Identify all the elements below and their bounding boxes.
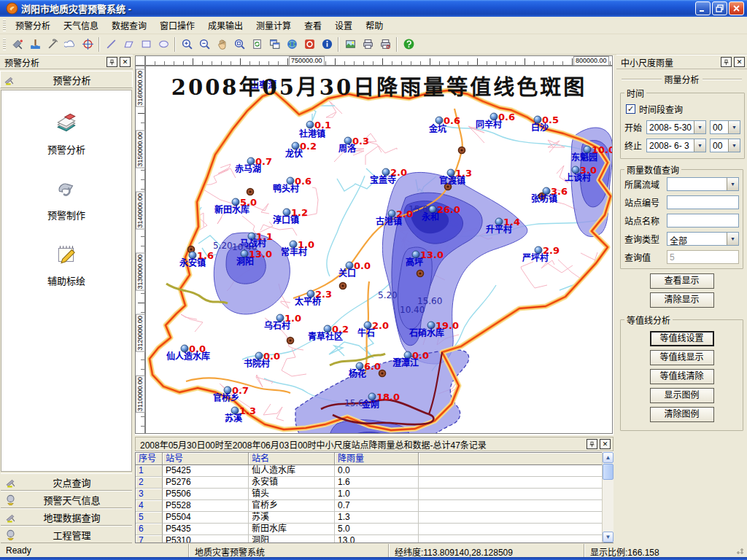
station-name-label: 洞阳 [236, 256, 254, 267]
station-code-input[interactable] [667, 195, 739, 209]
draw-ellipse-icon[interactable] [155, 36, 172, 53]
chevron-down-icon[interactable]: ▼ [728, 121, 740, 133]
restore-button[interactable] [712, 1, 727, 15]
nav-item-warning-make[interactable]: 预警制作 [1, 176, 131, 222]
chevron-down-icon[interactable]: ▼ [728, 139, 740, 152]
flood-survey-icon[interactable] [26, 36, 44, 53]
station-name-input[interactable] [667, 214, 739, 228]
warning-analysis-icon[interactable] [9, 36, 26, 53]
close-panel-icon[interactable]: ✕ [120, 57, 131, 67]
draw-polygon-icon[interactable] [120, 36, 137, 53]
stop-icon[interactable] [301, 36, 318, 53]
scroll-thumb[interactable] [603, 464, 614, 480]
draw-line-icon[interactable] [102, 36, 120, 53]
query-type-select[interactable]: 全部 ▼ [667, 232, 739, 246]
pan-hand-icon[interactable] [213, 36, 231, 53]
bar-warning-weather[interactable]: 预警天气信息 [1, 491, 132, 508]
table-row[interactable]: 2P5276永安镇1.6 [136, 477, 613, 489]
print-preview-icon[interactable] [376, 36, 394, 53]
contour-settings-button[interactable]: 等值线设置 [650, 331, 714, 346]
scroll-up-icon[interactable]: ▲ [603, 452, 614, 463]
info-icon[interactable] [318, 36, 336, 53]
nav-item-aux-draw[interactable]: 辅助标绘 [1, 242, 131, 287]
chevron-down-icon[interactable]: ▼ [694, 121, 705, 133]
ruler-corner [135, 55, 145, 66]
pin-icon[interactable] [721, 57, 732, 67]
end-hour-select[interactable]: 00 ▼ [710, 139, 740, 152]
scroll-down-icon[interactable]: ▼ [603, 532, 614, 542]
station-marker[interactable] [436, 117, 443, 124]
chevron-down-icon[interactable]: ▼ [727, 233, 738, 245]
right-panel-title: 中小尺度雨量 [621, 56, 719, 69]
station-name-label: 仙人造水库 [166, 351, 210, 362]
help-icon[interactable] [400, 36, 417, 53]
resize-grip[interactable] [735, 544, 747, 557]
table-scrollbar[interactable]: ▲ ▼ [602, 452, 614, 542]
menu-result-output[interactable]: 成果输出 [201, 17, 249, 34]
draw-rectangle-icon[interactable] [137, 36, 155, 53]
show-legend-button[interactable]: 显示图例 [650, 388, 714, 403]
menu-measure[interactable]: 测量计算 [249, 17, 298, 34]
table-row[interactable]: 4P5528官桥乡0.7 [136, 500, 613, 512]
time-range-checkbox[interactable]: ✓ [626, 104, 635, 114]
globe-view-icon[interactable] [283, 36, 301, 53]
query-value-input[interactable]: 5 [667, 250, 739, 264]
menu-warning-analysis[interactable]: 预警分析 [9, 17, 57, 34]
section-header[interactable]: 预警分析 [0, 71, 133, 88]
refresh-view-icon[interactable] [248, 36, 266, 53]
col-header[interactable]: 序号 [136, 453, 163, 465]
menu-data-query[interactable]: 数据查询 [105, 17, 153, 34]
clear-legend-button[interactable]: 清除图例 [650, 407, 714, 422]
zoom-out-icon[interactable] [196, 36, 213, 53]
cascade-windows-icon[interactable] [266, 36, 283, 53]
close-button[interactable] [729, 1, 744, 15]
close-panel-icon[interactable]: ✕ [600, 439, 611, 449]
nav-item-warning-analysis[interactable]: 预警分析 [1, 111, 131, 156]
zoom-in-icon[interactable] [178, 36, 196, 53]
map-canvas[interactable]: 5.2010.4015.605.2015.6010.4015.6山枣潭0.1社港… [145, 66, 613, 434]
start-date-select[interactable]: 2008- 5-30 ▼ [646, 120, 706, 134]
bar-disaster-query[interactable]: 灾点查询 [1, 473, 132, 491]
rainfall-contour-map[interactable]: 5.2010.4015.605.2015.6010.4015.6山枣潭0.1社港… [146, 66, 612, 433]
table-row[interactable]: 7P5310洞阳13.0 [136, 535, 613, 543]
col-header[interactable]: 站号 [163, 453, 249, 465]
table-row[interactable]: 6P5435新田水库5.0 [136, 524, 613, 535]
toolbar-grip[interactable] [3, 39, 6, 50]
print-icon[interactable] [359, 36, 376, 53]
contour-show-button[interactable]: 等值线显示 [650, 350, 714, 365]
legend-image-icon[interactable] [341, 36, 359, 53]
menu-view[interactable]: 查看 [298, 17, 328, 34]
col-header[interactable]: 降雨量 [335, 453, 419, 465]
start-hour-select[interactable]: 00 ▼ [710, 120, 740, 134]
window-bottom-border [0, 557, 747, 560]
weather-cloud-icon[interactable] [61, 36, 79, 53]
menu-window-ops[interactable]: 窗口操作 [153, 17, 201, 34]
contour-clear-button[interactable]: 等值线清除 [650, 369, 714, 384]
menu-settings[interactable]: 设置 [328, 17, 359, 34]
chevron-down-icon[interactable]: ▼ [694, 139, 705, 152]
bar-project-manage[interactable]: 工程管理 [1, 526, 132, 543]
geology-pick-icon[interactable] [44, 36, 61, 53]
end-date-select[interactable]: 2008- 6- 3 ▼ [646, 139, 706, 152]
menu-grip[interactable] [3, 20, 6, 31]
station-marker[interactable] [306, 121, 314, 128]
clear-display-button[interactable]: 清除显示 [650, 292, 714, 308]
close-panel-icon[interactable]: ✕ [734, 57, 745, 67]
view-display-button[interactable]: 查看显示 [650, 273, 714, 289]
minimize-button[interactable] [695, 1, 711, 15]
menu-help[interactable]: 帮助 [359, 17, 390, 34]
chevron-down-icon[interactable]: ▼ [727, 178, 738, 190]
table-row[interactable]: 3P5506镇头1.0 [136, 489, 613, 500]
menu-weather-info[interactable]: 天气信息 [57, 17, 105, 34]
table-row[interactable]: 5P5504苏溪1.3 [136, 512, 613, 524]
basin-select[interactable]: ▼ [667, 177, 739, 191]
bar-geo-data-query[interactable]: 地理数据查询 [1, 508, 132, 526]
table-row[interactable]: 1P5425仙人造水库0.0 [136, 465, 613, 477]
zoom-extent-icon[interactable] [231, 36, 248, 53]
pin-icon[interactable] [587, 439, 597, 449]
locate-crosshair-icon[interactable] [79, 36, 96, 53]
pin-icon[interactable] [107, 57, 117, 67]
station-name-label: 乌石村 [264, 320, 290, 331]
station-name-label: 永安镇 [179, 257, 206, 268]
col-header[interactable]: 站名 [249, 453, 335, 465]
